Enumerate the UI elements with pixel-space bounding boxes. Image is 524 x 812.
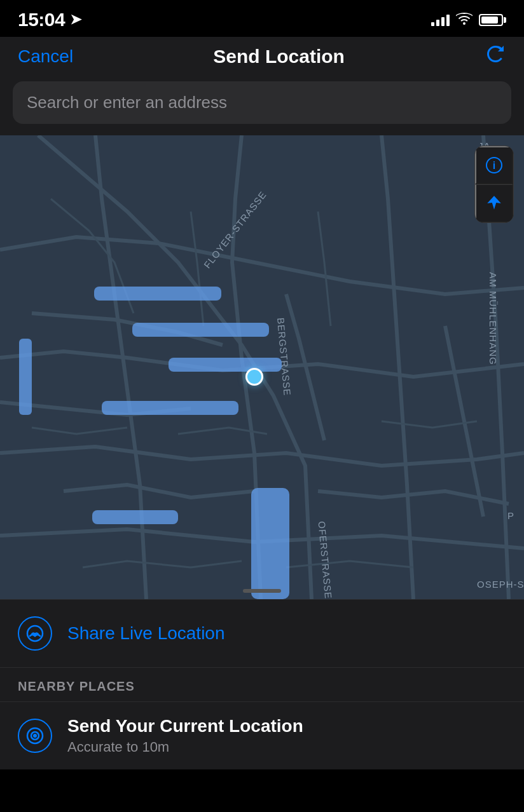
location-bar-3: [169, 358, 282, 372]
map-info-button[interactable]: i: [475, 146, 513, 184]
cancel-button[interactable]: Cancel: [18, 46, 73, 67]
street-label-muhlenhang: AM MÜHLENHANG: [488, 272, 499, 365]
signal-bar-2: [436, 20, 439, 26]
location-bar-1: [94, 287, 221, 301]
location-bar-5: [92, 510, 178, 524]
status-bar: 15:04 ➤: [0, 0, 524, 37]
location-bar-2: [132, 323, 269, 337]
signal-bars: [431, 13, 450, 26]
svg-text:i: i: [493, 160, 495, 171]
share-live-location-item[interactable]: Share Live Location: [0, 600, 524, 668]
current-location-dot: [245, 368, 263, 386]
status-time: 15:04 ➤: [18, 9, 81, 30]
share-live-label: Share Live Location: [67, 623, 225, 644]
svg-point-6: [33, 734, 37, 738]
search-bar[interactable]: Search or enter an address: [13, 81, 511, 124]
map-location-button[interactable]: [475, 184, 513, 222]
nearby-places-label: NEARBY PLACES: [18, 679, 135, 693]
nearby-places-header: NEARBY PLACES: [0, 668, 524, 702]
share-live-icon: [18, 616, 52, 651]
location-bar-left: [19, 339, 32, 415]
search-container: Search or enter an address: [0, 81, 524, 135]
map-view[interactable]: FLOYER-STRASSE BERGSTRASSE AM MÜHLENHANG…: [0, 135, 524, 599]
current-location-title: Send Your Current Location: [67, 716, 303, 736]
current-location-text: Send Your Current Location Accurate to 1…: [67, 716, 303, 755]
search-placeholder: Search or enter an address: [27, 93, 227, 112]
location-arrow-icon: ➤: [70, 11, 81, 28]
location-bar-vertical: [251, 488, 289, 599]
time-display: 15:04: [18, 9, 65, 30]
signal-bar-4: [446, 15, 450, 26]
current-location-subtitle: Accurate to 10m: [67, 739, 303, 755]
street-label-oseph: OSEPH-S: [477, 579, 524, 590]
current-location-icon: [18, 719, 52, 753]
signal-bar-3: [441, 17, 445, 26]
svg-point-3: [34, 634, 36, 636]
signal-bar-1: [431, 22, 434, 26]
street-label-p: P: [507, 510, 514, 521]
status-icons: [431, 12, 506, 28]
location-bar-4: [102, 401, 238, 415]
wifi-icon: [456, 12, 472, 28]
bottom-sheet: Share Live Location NEARBY PLACES Send Y…: [0, 599, 524, 769]
send-current-location-item[interactable]: Send Your Current Location Accurate to 1…: [0, 702, 524, 769]
drag-handle[interactable]: [243, 589, 281, 593]
navigation-header: Cancel Send Location: [0, 37, 524, 81]
refresh-button[interactable]: [485, 43, 506, 70]
map-controls: i: [474, 145, 514, 223]
battery-icon: [479, 14, 506, 26]
page-title: Send Location: [213, 46, 345, 67]
